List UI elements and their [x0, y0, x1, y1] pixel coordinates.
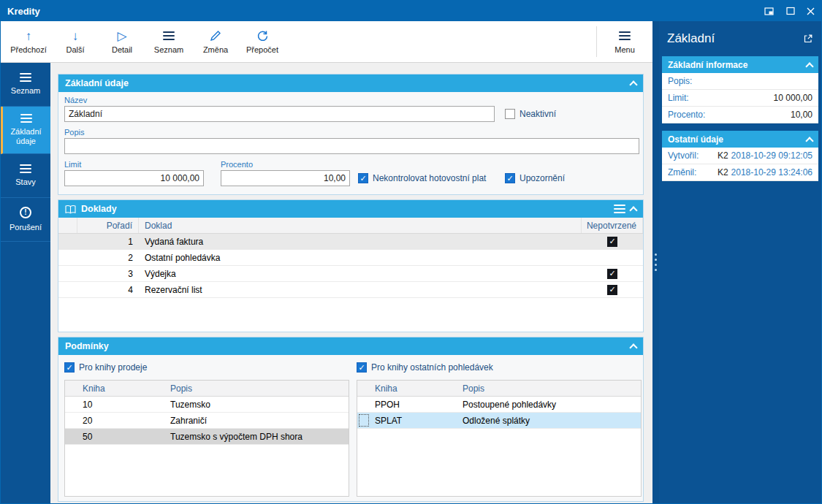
list-button[interactable]: Seznam	[145, 23, 192, 60]
upozorneni-label: Upozornění	[520, 173, 565, 183]
row-label: Limit:	[668, 93, 689, 103]
nekontrolovat-checkbox-row[interactable]: ✓ Nekontrolovat hotovostní plat	[358, 173, 486, 183]
panel-header[interactable]: Základní údaje	[58, 75, 643, 92]
neaktivni-checkbox[interactable]: ✓	[505, 109, 515, 119]
upozorneni-checkbox-row[interactable]: ✓ Upozornění	[505, 173, 565, 183]
previous-button[interactable]: ↑ Předchozí	[5, 23, 52, 60]
sidebar-item-seznam[interactable]: Seznam	[1, 63, 50, 107]
row-label: Popis:	[668, 76, 692, 86]
selector-column	[58, 218, 77, 233]
list-button-label: Seznam	[154, 45, 183, 54]
grid-menu-icon[interactable]	[614, 205, 625, 213]
edit-button-label: Změna	[203, 45, 228, 54]
recalculate-button[interactable]: Přepočet	[239, 23, 286, 60]
book-row[interactable]: PPOHPostoupené pohledávky	[357, 397, 641, 413]
next-button-label: Další	[66, 45, 84, 54]
kniha-cell: PPOH	[370, 397, 458, 412]
popis-label: Popis	[64, 128, 85, 137]
popout-icon[interactable]	[803, 34, 813, 44]
collapse-chevron-icon[interactable]	[805, 137, 813, 145]
sidebar-item-zakladni-udaje[interactable]: Základní údaje	[1, 107, 50, 154]
panel-splitter[interactable]	[652, 21, 659, 503]
nepotvrzene-cell[interactable]: ✓	[582, 237, 643, 247]
section-header[interactable]: Základní informace	[662, 56, 818, 73]
nekontrolovat-checkbox[interactable]: ✓	[358, 173, 368, 183]
upozorneni-checkbox[interactable]: ✓	[505, 173, 515, 183]
procento-label: Procento	[221, 160, 253, 169]
poradi-cell: 4	[77, 285, 139, 295]
toolbar-divider	[596, 26, 597, 57]
section-header[interactable]: Ostatní údaje	[662, 131, 818, 148]
nepotvrzene-checkbox[interactable]: ✓	[607, 269, 617, 279]
nazev-input[interactable]	[64, 106, 495, 122]
alert-circle-icon: !	[20, 207, 31, 218]
datetime-value: 2018-10-29 09:12:05	[731, 150, 813, 161]
doklady-row[interactable]: 1Vydaná faktura✓	[58, 234, 643, 250]
doklady-row[interactable]: 2Ostatní pohledávka	[58, 250, 643, 266]
row-selector-cell	[65, 413, 78, 428]
maximize-icon[interactable]	[786, 7, 795, 15]
poradi-cell: 3	[77, 269, 139, 279]
nepotvrzene-cell[interactable]: ✓	[582, 285, 643, 295]
pro-knihy-prodeje-label: Pro knihy prodeje	[79, 362, 147, 373]
panel-title: Základní údaje	[65, 78, 129, 88]
book-row[interactable]: 20Zahraničí	[65, 413, 349, 429]
next-button[interactable]: ↓ Další	[52, 23, 99, 60]
sidebar-item-stavy[interactable]: Stavy	[1, 154, 50, 198]
book-table: KnihaPopis10Tuzemsko20Zahraničí50Tuzemsk…	[64, 380, 349, 497]
menu-button[interactable]: Menu	[601, 23, 648, 60]
sidebar-item-poruseni[interactable]: ! Porušení	[1, 198, 50, 242]
book-table-header: KnihaPopis	[357, 381, 641, 397]
info-row: Změnil: K22018-10-29 13:24:06	[662, 164, 818, 181]
detail-button[interactable]: ▷ Detail	[99, 23, 145, 60]
pro-knihy-pohledavek-checkbox-row[interactable]: ✓ Pro knihy ostatních pohledávek	[357, 362, 493, 373]
sidebar-item-label: Porušení	[9, 223, 42, 232]
close-icon[interactable]	[807, 7, 815, 15]
info-panel-title: Základní	[667, 31, 715, 46]
row-selector-cell	[357, 397, 370, 412]
edit-button[interactable]: Změna	[192, 23, 239, 60]
collapse-chevron-icon[interactable]	[805, 62, 813, 70]
pro-knihy-prodeje-checkbox[interactable]: ✓	[64, 362, 75, 373]
nepotvrzene-cell[interactable]: ✓	[582, 269, 643, 279]
app-window: Kredity ↑ Předchozí ↓ Další	[0, 0, 822, 504]
window-title: Kredity	[7, 6, 40, 17]
doklady-row[interactable]: 3Výdejka✓	[58, 266, 643, 282]
panel-doklady: Doklady Pořadí Doklad Nepotvrzené	[58, 199, 644, 332]
right-info-panel: Základní Základní informace Popis: Limit…	[659, 21, 821, 503]
left-sidebar: Seznam Základní údaje Stavy ! Porušení	[1, 63, 50, 503]
list-icon	[20, 73, 31, 82]
book-row[interactable]: 10Tuzemsko	[65, 397, 349, 413]
procento-input[interactable]	[221, 170, 350, 186]
kniha-cell: 20	[78, 413, 166, 428]
doklad-cell: Rezervační list	[139, 285, 582, 295]
limit-input[interactable]	[64, 170, 204, 186]
nepotvrzene-checkbox[interactable]: ✓	[607, 285, 617, 295]
book-row[interactable]: SPLATOdložené splátky	[357, 413, 641, 429]
neaktivni-checkbox-row[interactable]: ✓ Neaktivní	[505, 109, 556, 119]
pro-knihy-prodeje-checkbox-row[interactable]: ✓ Pro knihy prodeje	[64, 362, 147, 373]
sidebar-item-label: Seznam	[11, 86, 40, 96]
collapse-chevron-icon[interactable]	[629, 343, 637, 351]
nepotvrzene-checkbox[interactable]: ✓	[607, 237, 617, 247]
panel-header[interactable]: Podmínky	[58, 337, 643, 355]
book-table-header: KnihaPopis	[65, 381, 349, 397]
panel-zakladni-udaje: Základní údaje Název ✓ Neaktivní Popis	[58, 74, 644, 195]
book-row[interactable]: 50Tuzemsko s výpočtem DPH shora	[65, 429, 349, 445]
panel-title: Podmínky	[65, 341, 109, 351]
arrow-up-icon: ↑	[26, 29, 32, 42]
collapse-chevron-icon[interactable]	[629, 206, 637, 214]
kniha-column: Kniha	[78, 381, 166, 396]
popis-cell: Tuzemsko	[166, 397, 349, 412]
titlebar: Kredity	[1, 1, 821, 21]
collapse-chevron-icon[interactable]	[629, 80, 637, 88]
popis-input[interactable]	[64, 138, 639, 154]
pro-knihy-pohledavek-label: Pro knihy ostatních pohledávek	[371, 362, 493, 373]
book-table: KnihaPopisPPOHPostoupené pohledávkySPLAT…	[357, 380, 642, 497]
dock-window-icon[interactable]	[764, 7, 775, 16]
doklady-row[interactable]: 4Rezervační list✓	[58, 282, 643, 298]
row-value: 10 000,00	[774, 93, 813, 103]
row-value: 10,00	[791, 110, 813, 120]
panel-header[interactable]: Doklady	[58, 200, 643, 218]
pro-knihy-pohledavek-checkbox[interactable]: ✓	[357, 362, 367, 373]
